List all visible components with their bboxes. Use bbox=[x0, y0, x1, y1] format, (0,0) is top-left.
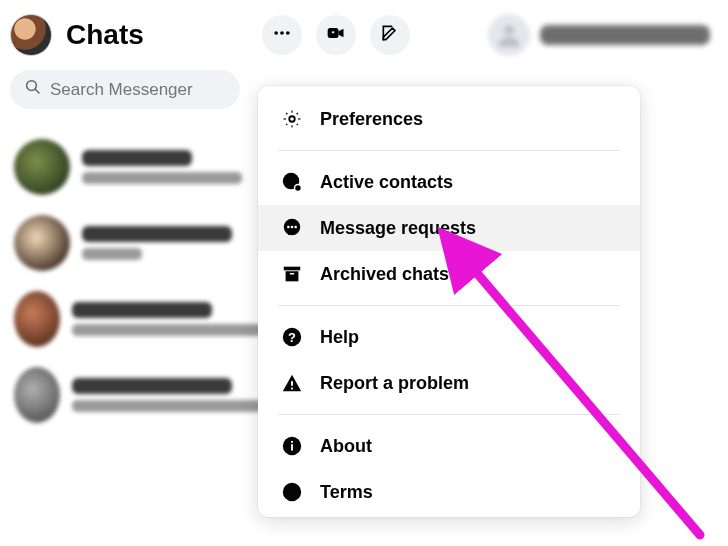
list-item[interactable] bbox=[6, 281, 270, 357]
menu-item-about[interactable]: About bbox=[258, 423, 640, 469]
svg-point-27 bbox=[283, 483, 301, 501]
page-title: Chats bbox=[66, 19, 144, 51]
header-bar: Chats bbox=[0, 0, 728, 70]
svg-point-2 bbox=[286, 31, 290, 35]
options-dropdown-menu: Preferences Active contacts Message requ… bbox=[258, 86, 640, 517]
menu-item-label: Message requests bbox=[320, 218, 476, 239]
menu-item-help[interactable]: ? Help bbox=[258, 314, 640, 360]
svg-rect-22 bbox=[291, 381, 293, 386]
compose-button[interactable] bbox=[370, 15, 410, 55]
svg-text:?: ? bbox=[288, 330, 296, 345]
menu-item-label: Preferences bbox=[320, 109, 423, 130]
search-input[interactable] bbox=[50, 80, 226, 100]
info-icon bbox=[280, 435, 304, 457]
gear-icon bbox=[280, 108, 304, 130]
warning-icon bbox=[280, 372, 304, 394]
current-user-chip[interactable] bbox=[488, 14, 710, 56]
svg-rect-5 bbox=[332, 31, 333, 34]
svg-rect-19 bbox=[290, 273, 295, 274]
menu-item-label: Terms bbox=[320, 482, 373, 503]
search-messenger[interactable] bbox=[10, 70, 240, 109]
svg-point-0 bbox=[274, 31, 278, 35]
svg-point-16 bbox=[294, 226, 297, 229]
list-item[interactable] bbox=[6, 205, 270, 281]
chat-bubble-icon bbox=[280, 217, 304, 239]
svg-point-1 bbox=[280, 31, 284, 35]
menu-item-label: Archived chats bbox=[320, 264, 449, 285]
svg-rect-18 bbox=[286, 271, 299, 281]
search-icon bbox=[24, 78, 42, 101]
current-user-name-blurred bbox=[540, 25, 710, 45]
menu-item-message-requests[interactable]: Message requests bbox=[258, 205, 640, 251]
menu-separator bbox=[278, 414, 620, 415]
menu-item-preferences[interactable]: Preferences bbox=[258, 96, 640, 142]
svg-point-14 bbox=[287, 226, 290, 229]
ellipsis-icon bbox=[272, 23, 292, 47]
svg-rect-23 bbox=[291, 388, 293, 390]
list-item[interactable] bbox=[6, 129, 270, 205]
menu-item-label: Help bbox=[320, 327, 359, 348]
menu-item-label: Report a problem bbox=[320, 373, 469, 394]
menu-item-active-contacts[interactable]: Active contacts bbox=[258, 159, 640, 205]
my-avatar[interactable] bbox=[10, 14, 52, 56]
svg-rect-26 bbox=[291, 441, 293, 443]
menu-item-label: About bbox=[320, 436, 372, 457]
video-plus-icon bbox=[326, 23, 346, 47]
list-item[interactable] bbox=[6, 357, 270, 433]
active-contacts-icon bbox=[280, 171, 304, 193]
more-options-button[interactable] bbox=[262, 15, 302, 55]
svg-point-6 bbox=[504, 25, 514, 35]
menu-separator bbox=[278, 150, 620, 151]
terms-icon bbox=[280, 481, 304, 503]
svg-line-8 bbox=[35, 89, 39, 93]
svg-rect-25 bbox=[291, 444, 293, 450]
svg-rect-17 bbox=[284, 267, 301, 271]
menu-item-label: Active contacts bbox=[320, 172, 453, 193]
archive-icon bbox=[280, 263, 304, 285]
conversation-list-blurred bbox=[0, 121, 270, 433]
new-video-call-button[interactable] bbox=[316, 15, 356, 55]
menu-item-archived-chats[interactable]: Archived chats bbox=[258, 251, 640, 297]
svg-point-9 bbox=[289, 116, 295, 122]
menu-item-report-problem[interactable]: Report a problem bbox=[258, 360, 640, 406]
menu-separator bbox=[278, 305, 620, 306]
help-icon: ? bbox=[280, 326, 304, 348]
compose-icon bbox=[380, 23, 400, 47]
svg-point-12 bbox=[295, 185, 301, 191]
svg-point-15 bbox=[291, 226, 294, 229]
user-avatar-icon bbox=[488, 14, 530, 56]
menu-item-terms[interactable]: Terms bbox=[258, 469, 640, 507]
